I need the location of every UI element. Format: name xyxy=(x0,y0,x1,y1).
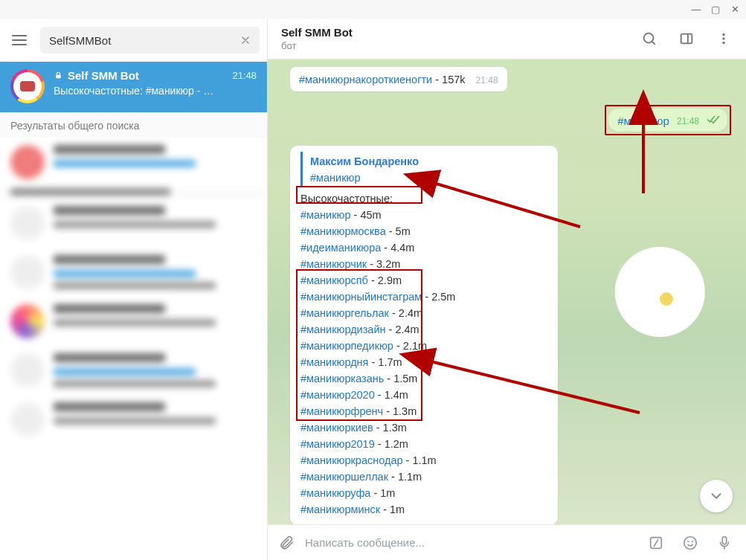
section-heading: Высокочастотные: xyxy=(300,190,547,207)
paperclip-icon xyxy=(278,535,295,551)
window-maximize-button[interactable]: ▢ xyxy=(710,4,721,15)
scroll-to-bottom-button[interactable] xyxy=(700,480,733,512)
hashtag-link[interactable]: #маникюрпедикюр xyxy=(300,340,393,352)
emoji-button[interactable] xyxy=(675,527,706,559)
hashtag-link[interactable]: #маникюрказань xyxy=(300,373,384,384)
hashtag-link[interactable]: #маникюр xyxy=(617,115,669,127)
hashtag-link[interactable]: #маникюр2020 xyxy=(300,389,375,401)
hashtag-count: - 45m xyxy=(351,209,382,221)
sidebar: Self SMM Bot 21:48 Высокочастотные: #ман… xyxy=(0,19,268,560)
hashtag-line: #маникюр2019 - 1.2m xyxy=(300,436,547,452)
hashtag-link[interactable]: #маникюрспб xyxy=(300,274,368,286)
hashtag-count: - 2.4m xyxy=(386,324,419,335)
menu-button[interactable] xyxy=(4,25,34,55)
svg-point-4 xyxy=(722,37,724,39)
message-in[interactable]: #маникюрнакороткиеногти - 157k 21:48 xyxy=(290,67,507,91)
message-in-reply[interactable]: Максим Бондаренко #маникюр Высокочастотн… xyxy=(290,146,558,524)
hashtag-line: #маникюрпедикюр - 2.1m xyxy=(300,338,547,354)
avatar xyxy=(10,69,45,103)
chat-panel: Self SMM Bot бот #маникюрнакороткиеногти… xyxy=(268,19,746,560)
search-section-label: Результаты общего поиска xyxy=(0,112,267,138)
hashtag-line: #маникюрказань - 1.5m xyxy=(300,370,547,387)
hashtag-count: - 1.3m xyxy=(373,422,407,434)
hashtag-count: - 2.1m xyxy=(393,340,427,352)
hashtag-count: - 1.4m xyxy=(375,389,408,401)
message-out[interactable]: #маникюр 21:48 xyxy=(608,109,727,132)
chat-time: 21:48 xyxy=(232,70,257,81)
message-input[interactable] xyxy=(305,536,637,549)
search-in-chat-button[interactable] xyxy=(634,24,664,54)
hashtag-link[interactable]: #маникюр xyxy=(300,209,351,221)
hashtag-link[interactable]: #маникюркиев xyxy=(300,422,373,434)
message-time: 21:48 xyxy=(677,116,699,126)
hashtag-link[interactable]: #идеиманикюра xyxy=(300,242,381,254)
chat-title: Self SMM Bot xyxy=(68,69,139,82)
hashtag-count: - 2.5m xyxy=(422,291,455,303)
hashtag-link[interactable]: #маникюркраснодар xyxy=(300,454,403,466)
search-icon xyxy=(641,30,657,47)
hashtag-link[interactable]: #маникюрминск xyxy=(300,503,380,515)
text: - 157k xyxy=(432,74,465,86)
more-button[interactable] xyxy=(709,24,739,54)
header-title: Self SMM Bot xyxy=(281,26,627,39)
message-time: 21:48 xyxy=(476,75,498,86)
chat-header: Self SMM Bot бот xyxy=(268,19,746,59)
hashtag-count: - 3.2m xyxy=(367,258,400,270)
hashtag-line: #маникюркраснодар - 1.1m xyxy=(300,452,547,469)
hashtag-link[interactable]: #маникюрфренч xyxy=(300,405,383,417)
close-icon xyxy=(239,34,251,46)
hashtag-link[interactable]: #маникюр2019 xyxy=(300,438,375,450)
hashtag-count: - 1.1m xyxy=(403,454,437,466)
commands-button[interactable] xyxy=(640,527,672,559)
hashtag-link[interactable]: #маникюрчик xyxy=(300,258,367,270)
hashtag-link[interactable]: #маникюрныйинстаграм xyxy=(300,291,422,303)
reply-header: Максим Бондаренко #маникюр xyxy=(300,152,547,187)
attach-button[interactable] xyxy=(271,527,302,559)
hashtag-link[interactable]: #маникюрдизайн xyxy=(300,324,386,335)
header-subtitle: бот xyxy=(281,40,627,51)
hashtag-count: - 1.2m xyxy=(375,438,408,450)
reply-author: Максим Бондаренко xyxy=(310,153,547,170)
svg-point-9 xyxy=(692,541,693,542)
hashtag-link[interactable]: #маникюруфа xyxy=(300,487,370,499)
hashtag-line: #маникюрминск - 1m xyxy=(300,501,547,518)
hashtag-link[interactable]: #маникюрмосква xyxy=(300,225,386,237)
hashtag-link[interactable]: #маникюргельлак xyxy=(300,307,389,319)
hashtag-count: - 1m xyxy=(380,503,405,515)
search-input[interactable] xyxy=(49,34,236,47)
side-panel-button[interactable] xyxy=(672,24,701,54)
window-close-button[interactable]: ✕ xyxy=(730,4,740,15)
active-chat-item[interactable]: Self SMM Bot 21:48 Высокочастотные: #ман… xyxy=(0,62,267,112)
chat-preview: Высокочастотные: #маникюр - … xyxy=(54,85,257,97)
microphone-icon xyxy=(716,535,733,551)
hashtag-line: #маникюркиев - 1.3m xyxy=(300,419,547,436)
hashtag-line: #маникюрчик - 3.2m xyxy=(300,256,547,272)
hashtag-link[interactable]: #маникюрнакороткиеногти xyxy=(299,74,432,86)
hashtag-line: #маникюршеллак - 1.1m xyxy=(300,469,547,485)
chevron-down-icon xyxy=(708,488,724,504)
hashtag-count: - 2.4m xyxy=(389,307,422,319)
slash-icon xyxy=(648,535,664,551)
svg-rect-0 xyxy=(56,74,61,78)
hashtag-link[interactable]: #маникюрдня xyxy=(300,356,368,368)
reply-hashtag: #маникюр xyxy=(310,170,547,186)
hashtag-count: - 1.1m xyxy=(388,471,422,483)
hashtag-line: #маникюрфренч - 1.3m xyxy=(300,403,547,419)
clear-search-button[interactable] xyxy=(236,30,255,50)
svg-point-5 xyxy=(722,42,724,44)
hashtag-count: - 1m xyxy=(370,487,395,499)
hashtag-count: - 1.3m xyxy=(383,405,417,417)
compose-bar xyxy=(268,524,746,560)
hashtag-link[interactable]: #маникюршеллак xyxy=(300,471,388,483)
hashtag-line: #маникюр2020 - 1.4m xyxy=(300,387,547,403)
window-minimize-button[interactable]: — xyxy=(691,4,701,15)
hashtag-count: - 5m xyxy=(386,225,411,237)
hashtag-line: #маникюрныйинстаграм - 2.5m xyxy=(300,289,547,305)
voice-button[interactable] xyxy=(709,527,740,559)
svg-point-7 xyxy=(684,536,697,549)
hashtag-line: #идеиманикюра - 4.4m xyxy=(300,239,547,256)
smile-icon xyxy=(682,535,698,551)
annotation-box: #маникюр 21:48 xyxy=(605,105,731,135)
more-vertical-icon xyxy=(716,30,732,47)
search-box[interactable] xyxy=(40,27,260,54)
